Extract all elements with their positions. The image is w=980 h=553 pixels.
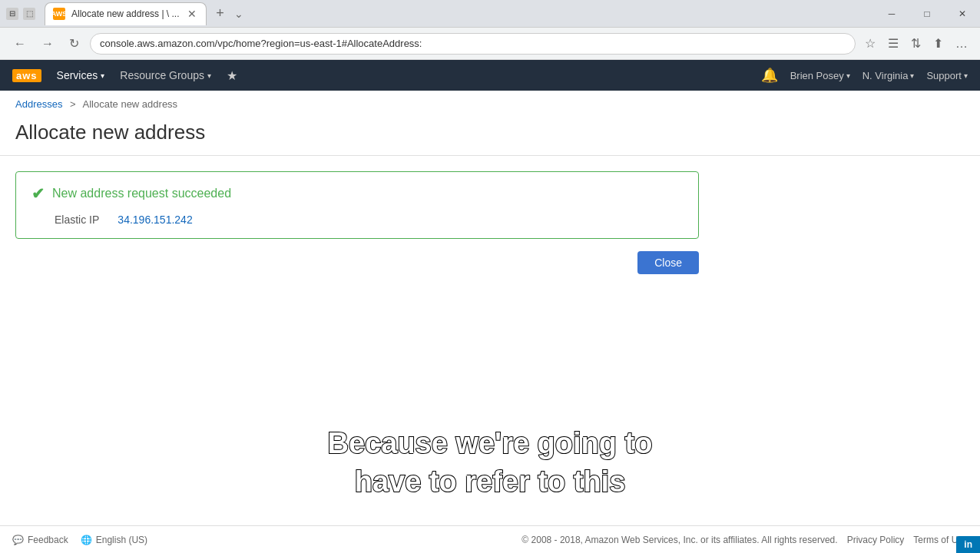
system-icon-2: ⬚ <box>23 8 35 20</box>
language-icon: 🌐 <box>81 535 92 545</box>
address-bar-row: ← → ↻ ☆ ☰ ⇅ ⬆ … <box>0 28 980 60</box>
minimize-button[interactable]: ─ <box>874 2 909 25</box>
bookmark-button[interactable]: ☆ <box>862 33 879 54</box>
tab-favicon: AWS <box>53 8 65 20</box>
breadcrumb: Addresses > Allocate new address <box>0 91 980 118</box>
close-window-button[interactable]: ✕ <box>945 2 980 25</box>
tab-title: Allocate new address | \ ... <box>71 8 180 19</box>
more-options-button[interactable]: … <box>952 34 971 54</box>
user-menu[interactable]: Brien Posey ▾ <box>790 70 850 81</box>
nav-left: aws Services ▾ Resource Groups ▾ ★ <box>12 68 237 83</box>
feedback-button[interactable]: 💬 Feedback <box>12 535 68 545</box>
aws-navbar: aws Services ▾ Resource Groups ▾ ★ 🔔 Bri… <box>0 60 980 91</box>
linkedin-badge[interactable]: in <box>956 536 980 553</box>
page-title: Allocate new address <box>0 118 980 156</box>
support-menu[interactable]: Support ▾ <box>926 70 968 81</box>
new-tab-button[interactable]: + <box>210 3 231 25</box>
forward-button[interactable]: → <box>37 34 58 54</box>
services-menu[interactable]: Services ▾ <box>57 69 105 81</box>
services-dropdown-icon: ▾ <box>101 71 104 80</box>
user-dropdown-icon: ▾ <box>846 71 850 80</box>
reader-view-button[interactable]: ☰ <box>885 33 902 54</box>
feedback-icon: 💬 <box>12 535 24 545</box>
breadcrumb-current: Allocate new address <box>83 98 178 110</box>
footer-left: 💬 Feedback 🌐 English (US) <box>12 535 147 545</box>
window-controls: ─ □ ✕ <box>874 0 980 27</box>
region-dropdown-icon: ▾ <box>910 71 914 80</box>
active-tab[interactable]: AWS Allocate new address | \ ... ✕ <box>45 2 207 25</box>
tab-history-button[interactable]: ⌄ <box>234 8 243 20</box>
video-subtitle: Because we're going to have to refer to … <box>0 425 980 501</box>
subtitle-line-1: Because we're going to <box>0 425 980 462</box>
resource-groups-dropdown-icon: ▾ <box>207 71 211 80</box>
address-bar[interactable] <box>90 33 856 55</box>
subtitle-line-2: have to refer to this <box>0 463 980 501</box>
back-button[interactable]: ← <box>9 34 31 54</box>
support-dropdown-icon: ▾ <box>964 71 968 80</box>
close-button-row: Close <box>15 251 699 274</box>
page-content: Addresses > Allocate new address Allocat… <box>0 91 980 290</box>
elastic-ip-label: Elastic IP <box>55 214 99 226</box>
nav-right: 🔔 Brien Posey ▾ N. Virginia ▾ Support ▾ <box>761 67 968 84</box>
notifications-icon[interactable]: 🔔 <box>761 67 778 84</box>
aws-logo[interactable]: aws <box>12 69 41 82</box>
page-main: ✔ New address request succeeded Elastic … <box>0 156 980 290</box>
close-button[interactable]: Close <box>637 251 699 274</box>
breadcrumb-separator: > <box>70 98 76 110</box>
elastic-ip-value[interactable]: 34.196.151.242 <box>118 214 192 226</box>
browser-sync-button[interactable]: ⇅ <box>908 33 924 54</box>
language-selector[interactable]: 🌐 English (US) <box>81 535 147 545</box>
maximize-button[interactable]: □ <box>909 2 945 25</box>
success-header: ✔ New address request succeeded <box>31 184 683 203</box>
language-label: English (US) <box>96 535 147 545</box>
system-icon-1: ⊟ <box>6 8 18 20</box>
share-button[interactable]: ⬆ <box>930 33 946 54</box>
success-body: Elastic IP 34.196.151.242 <box>55 214 683 226</box>
breadcrumb-parent-link[interactable]: Addresses <box>15 98 62 110</box>
footer: 💬 Feedback 🌐 English (US) © 2008 - 2018,… <box>0 525 980 553</box>
refresh-button[interactable]: ↻ <box>65 33 84 54</box>
region-menu[interactable]: N. Virginia ▾ <box>862 70 915 81</box>
bookmark-star-icon[interactable]: ★ <box>227 68 237 83</box>
resource-groups-menu[interactable]: Resource Groups ▾ <box>120 69 211 81</box>
tab-close-button[interactable]: ✕ <box>186 8 198 20</box>
footer-right: © 2008 - 2018, Amazon Web Services, Inc.… <box>521 535 968 545</box>
success-icon: ✔ <box>31 184 45 203</box>
feedback-label: Feedback <box>28 535 68 545</box>
copyright-text: © 2008 - 2018, Amazon Web Services, Inc.… <box>521 535 837 545</box>
success-alert: ✔ New address request succeeded Elastic … <box>15 171 699 239</box>
success-title: New address request succeeded <box>52 187 231 200</box>
privacy-policy-link[interactable]: Privacy Policy <box>847 535 905 545</box>
